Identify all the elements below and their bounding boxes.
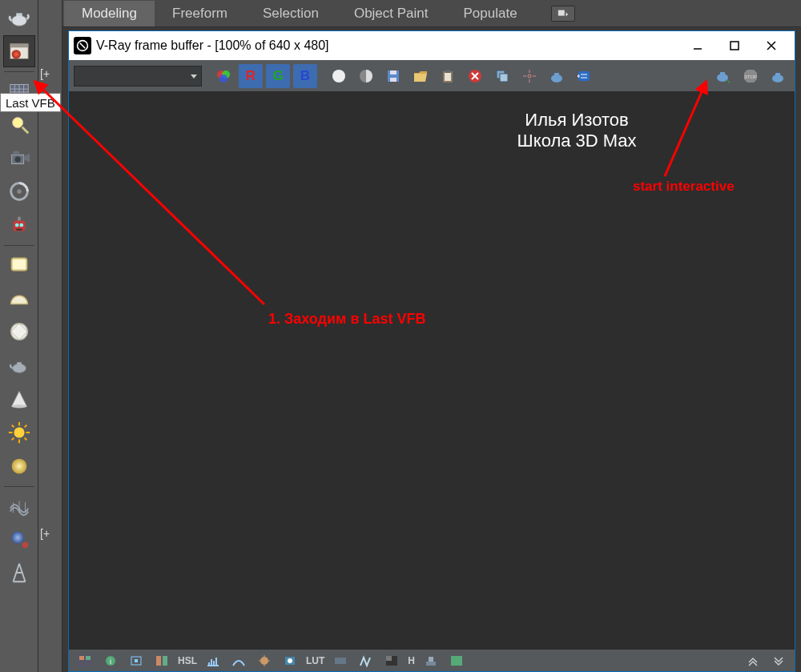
dome-icon[interactable]	[3, 282, 35, 314]
svg-rect-17	[11, 259, 26, 271]
bottom-colorpicker-icon[interactable]	[75, 653, 95, 669]
cone-icon[interactable]	[3, 383, 35, 415]
hsl-label[interactable]: HSL	[178, 655, 197, 666]
channel-b-button[interactable]: B	[293, 64, 317, 88]
channel-r-button[interactable]: R	[239, 64, 263, 88]
viewport-bracket-1[interactable]: [+	[40, 67, 50, 80]
tab-selection[interactable]: Selection	[245, 1, 336, 26]
alpha-icon[interactable]	[354, 64, 378, 88]
svg-point-50	[772, 74, 783, 82]
bottom-icc-icon[interactable]	[356, 653, 376, 669]
svg-rect-68	[451, 656, 462, 666]
open-icon[interactable]	[409, 64, 433, 88]
bottom-stamp-icon[interactable]	[421, 653, 441, 669]
svg-rect-45	[554, 73, 559, 75]
duplicate-icon[interactable]	[490, 64, 514, 88]
bottom-bg-icon[interactable]	[382, 653, 401, 669]
svg-point-11	[17, 189, 22, 194]
svg-rect-46	[578, 71, 590, 81]
physical-camera-icon[interactable]	[3, 175, 35, 207]
svg-rect-66	[426, 662, 436, 666]
mesh-icon[interactable]	[3, 489, 35, 521]
svg-rect-59	[156, 656, 161, 666]
tab-populate[interactable]: Populate	[446, 1, 535, 26]
camera-icon[interactable]	[3, 142, 35, 174]
render-last-icon[interactable]	[766, 64, 790, 88]
vfb-toolbar: R G B STOP	[69, 60, 795, 92]
rgb-all-icon[interactable]	[211, 64, 235, 88]
bottom-expand-down-icon[interactable]	[769, 653, 788, 669]
bottom-exposure-icon[interactable]	[255, 653, 274, 669]
vfb-render-canvas[interactable]	[69, 92, 795, 649]
save-icon[interactable]	[381, 64, 405, 88]
svg-rect-28	[731, 42, 739, 50]
sun-soft-icon[interactable]	[3, 450, 35, 482]
bottom-expand-up-icon[interactable]	[743, 653, 763, 669]
svg-point-18	[10, 324, 27, 340]
viewport-bracket-2[interactable]: [+	[40, 527, 50, 540]
ies-icon[interactable]	[3, 557, 35, 589]
svg-text:i: i	[110, 658, 111, 666]
bottom-ocio-icon[interactable]	[331, 653, 350, 669]
sphere-icon[interactable]	[3, 316, 35, 348]
svg-point-47	[717, 74, 728, 82]
svg-text:STOP: STOP	[744, 74, 757, 79]
bottom-curve-icon[interactable]	[229, 653, 248, 669]
vray-frame-buffer-icon[interactable]	[3, 35, 35, 67]
svg-rect-9	[13, 151, 19, 155]
svg-rect-36	[390, 78, 396, 82]
mono-icon[interactable]	[327, 64, 351, 88]
vfb-title-text: V-Ray frame buffer - [100% of 640 x 480]	[96, 38, 329, 53]
maximize-button[interactable]	[716, 34, 753, 58]
svg-point-8	[14, 156, 21, 163]
svg-rect-48	[720, 72, 725, 74]
bottom-pixel-icon[interactable]	[127, 653, 146, 669]
tab-modeling[interactable]: Modeling	[64, 1, 155, 26]
teapot2-icon[interactable]	[3, 349, 35, 381]
channel-dropdown[interactable]	[74, 66, 202, 87]
teapot-icon[interactable]	[3, 2, 35, 34]
svg-rect-1	[16, 13, 22, 16]
tab-freeform[interactable]: Freeform	[155, 1, 245, 26]
svg-point-25	[22, 542, 28, 549]
svg-point-23	[11, 459, 26, 474]
clipboard-icon[interactable]	[436, 64, 460, 88]
svg-rect-53	[79, 656, 84, 660]
svg-point-22	[14, 427, 24, 437]
bottom-compare-icon[interactable]	[152, 653, 171, 669]
channel-g-button[interactable]: G	[266, 64, 290, 88]
h-label[interactable]: H	[408, 655, 415, 666]
svg-rect-67	[429, 657, 433, 662]
lut-label[interactable]: LUT	[306, 655, 324, 666]
vfb-bottom-toolbar: i HSL LUT H	[69, 649, 795, 671]
svg-rect-64	[335, 658, 346, 664]
plane-light-icon[interactable]	[3, 248, 35, 280]
sun-icon[interactable]	[3, 416, 35, 449]
start-interactive-icon[interactable]	[711, 64, 735, 88]
svg-point-32	[332, 70, 345, 82]
proxy-icon[interactable]	[3, 523, 35, 555]
bottom-whitebalance-icon[interactable]	[280, 653, 300, 669]
light-icon[interactable]	[3, 108, 35, 140]
main-ribbon: Modeling Freeform Selection Object Paint…	[62, 0, 801, 27]
ribbon-flyout-button[interactable]	[551, 6, 575, 22]
bottom-srgb-icon[interactable]	[447, 653, 466, 669]
svg-rect-26	[558, 10, 565, 15]
history-icon[interactable]	[572, 64, 596, 88]
svg-rect-16	[18, 217, 21, 221]
vfb-titlebar[interactable]: V-Ray frame buffer - [100% of 640 x 480]	[69, 31, 795, 60]
region-icon[interactable]	[517, 64, 541, 88]
stop-icon[interactable]: STOP	[739, 64, 763, 88]
bottom-info-icon[interactable]: i	[101, 653, 120, 669]
svg-point-6	[12, 118, 22, 128]
close-button[interactable]	[753, 34, 790, 58]
svg-point-14	[19, 223, 23, 227]
svg-rect-38	[445, 73, 451, 81]
bottom-levels-icon[interactable]	[203, 653, 223, 669]
tab-object-paint[interactable]: Object Paint	[336, 1, 446, 26]
robot-icon[interactable]	[3, 209, 35, 241]
svg-rect-58	[135, 659, 138, 662]
render-teapot-icon[interactable]	[545, 64, 569, 88]
clear-icon[interactable]	[463, 64, 487, 88]
minimize-button[interactable]	[679, 34, 716, 58]
